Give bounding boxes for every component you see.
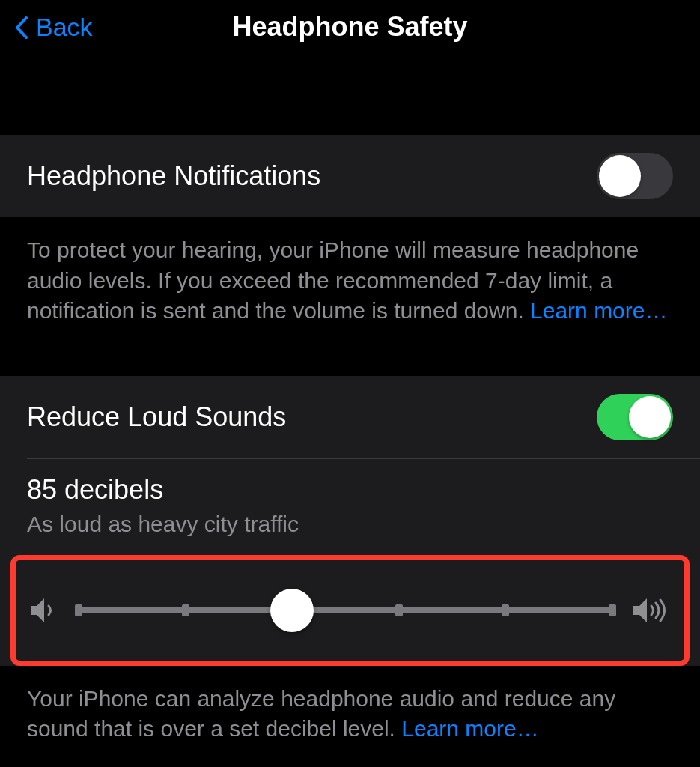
back-button[interactable]: Back xyxy=(15,13,93,42)
slider-tick xyxy=(75,604,82,616)
spacer xyxy=(0,354,700,376)
reduce-loud-sounds-toggle[interactable] xyxy=(597,394,673,440)
chevron-left-icon xyxy=(15,16,28,38)
reduce-loud-sounds-row: Reduce Loud Sounds xyxy=(0,376,700,458)
slider-tick xyxy=(182,604,189,616)
headphone-notifications-label: Headphone Notifications xyxy=(27,160,320,192)
notifications-footer: To protect your hearing, your iPhone wil… xyxy=(0,217,700,354)
headphone-notifications-toggle[interactable] xyxy=(597,153,673,199)
headphone-notifications-row: Headphone Notifications xyxy=(0,135,700,217)
decibel-slider[interactable] xyxy=(79,592,612,629)
decibel-value: 85 decibels xyxy=(27,474,673,506)
decibel-description: As loud as heavy city traffic xyxy=(27,512,673,537)
slider-tick xyxy=(609,604,616,616)
volume-low-icon xyxy=(28,595,61,625)
slider-track xyxy=(79,607,612,613)
reduce-loud-sounds-label: Reduce Loud Sounds xyxy=(27,401,286,433)
navigation-bar: Back Headphone Safety xyxy=(0,0,700,60)
notifications-group: Headphone Notifications xyxy=(0,135,700,217)
slider-tick xyxy=(502,604,509,616)
reduce-footer: Your iPhone can analyze headphone audio … xyxy=(0,673,700,763)
spacer xyxy=(0,60,700,135)
toggle-knob xyxy=(599,155,641,197)
slider-highlight-box xyxy=(10,555,690,666)
volume-high-icon xyxy=(630,595,672,625)
back-label: Back xyxy=(36,13,93,42)
toggle-knob xyxy=(629,396,671,438)
slider-tick xyxy=(395,604,403,616)
reduce-learn-more-link[interactable]: Learn more… xyxy=(401,716,538,741)
reduce-loud-sounds-group: Reduce Loud Sounds 85 decibels As loud a… xyxy=(0,376,700,666)
notifications-learn-more-link[interactable]: Learn more… xyxy=(530,298,667,323)
slider-thumb[interactable] xyxy=(270,589,314,632)
decibel-section: 85 decibels As loud as heavy city traffi… xyxy=(0,459,700,546)
page-title: Headphone Safety xyxy=(232,11,467,43)
